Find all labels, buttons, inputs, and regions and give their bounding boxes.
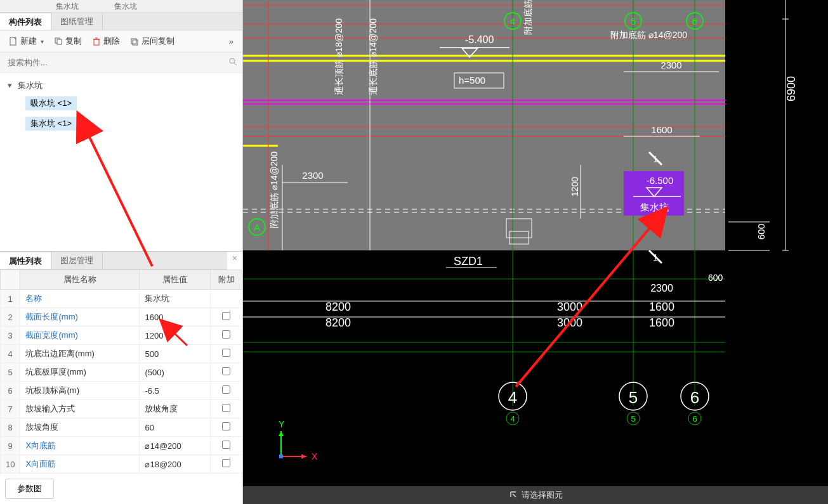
svg-marker-99 <box>301 454 306 459</box>
svg-text:5: 5 <box>631 16 636 27</box>
layer-copy-icon <box>130 37 139 46</box>
svg-line-9 <box>234 63 237 65</box>
svg-text:-5.400: -5.400 <box>465 34 494 45</box>
svg-text:4: 4 <box>508 388 517 407</box>
svg-text:1200: 1200 <box>570 177 580 197</box>
svg-text:X: X <box>312 451 318 462</box>
properties-table: 属性名称 属性值 附加 1名称集水坑2截面长度(mm)16003截面宽度(mm)… <box>0 269 242 474</box>
extra-checkbox[interactable] <box>222 349 230 357</box>
property-tabs: 属性列表 图层管理 <box>0 252 227 269</box>
component-toolbar: 新建 ▾ 复制 删除 层间复制 » <box>0 30 242 53</box>
table-row[interactable]: 8放坡角度60 <box>1 418 242 437</box>
svg-text:Y: Y <box>279 419 285 429</box>
svg-rect-2 <box>57 39 62 44</box>
svg-text:h=500: h=500 <box>459 75 485 86</box>
svg-text:1600: 1600 <box>649 300 674 313</box>
component-tabs: 构件列表 图纸管理 <box>0 13 242 30</box>
svg-text:6: 6 <box>692 16 697 27</box>
tab-property-list[interactable]: 属性列表 <box>0 252 51 269</box>
table-row[interactable]: 5坑底板厚度(mm)(500) <box>1 363 242 382</box>
tree-item-0[interactable]: 吸水坑 <1> <box>25 96 77 110</box>
svg-text:6900: 6900 <box>785 76 798 101</box>
svg-rect-7 <box>133 40 138 45</box>
tree-caret-icon: ▾ <box>8 81 15 90</box>
svg-text:2300: 2300 <box>302 170 323 181</box>
tab-drawing-mgmt[interactable]: 图纸管理 <box>51 13 103 30</box>
extra-checkbox[interactable] <box>222 312 230 320</box>
new-file-icon <box>9 37 18 46</box>
search-icon <box>228 57 237 68</box>
table-row[interactable]: 7放坡输入方式放坡角度 <box>1 400 242 418</box>
new-button[interactable]: 新建 ▾ <box>5 34 48 48</box>
col-extra: 附加 <box>211 270 242 290</box>
svg-text:-6.500: -6.500 <box>647 175 674 186</box>
table-row[interactable]: 9X向底筋⌀14@200 <box>1 437 242 455</box>
delete-button[interactable]: 删除 <box>88 34 124 48</box>
component-search <box>0 53 242 73</box>
svg-rect-3 <box>94 39 99 45</box>
extra-checkbox[interactable] <box>222 385 230 394</box>
properties-section: × 属性列表 图层管理 属性名称 属性值 附加 1名称集水坑2截面长度(mm)1… <box>0 251 242 504</box>
close-icon[interactable]: × <box>227 252 242 264</box>
tab-component-list[interactable]: 构件列表 <box>0 13 51 30</box>
svg-text:附加底筋 ⌀14@200: 附加底筋 ⌀14@200 <box>269 152 279 228</box>
breadcrumb-stubs: 集水坑 集水坑 <box>0 0 242 13</box>
svg-text:通长底筋 ⌀14@200: 通长底筋 ⌀14@200 <box>368 18 378 95</box>
svg-text:2300: 2300 <box>650 283 673 294</box>
svg-text:4: 4 <box>510 414 515 423</box>
svg-point-8 <box>230 58 235 63</box>
copy-icon <box>54 37 63 46</box>
copy-button[interactable]: 复制 <box>50 34 86 48</box>
svg-text:通长顶筋 ⌀18@200: 通长顶筋 ⌀18@200 <box>334 18 344 95</box>
component-tree: ▾ 集水坑 吸水坑 <1> 集水坑 <1> <box>0 73 242 251</box>
status-bar: 请选择图元 <box>243 486 828 504</box>
extra-checkbox[interactable] <box>222 367 230 375</box>
svg-text:600: 600 <box>756 224 766 240</box>
select-icon <box>509 490 518 501</box>
svg-text:3000: 3000 <box>557 300 582 313</box>
search-input[interactable] <box>5 55 228 70</box>
svg-text:1600: 1600 <box>651 124 672 135</box>
svg-text:4: 4 <box>510 16 515 27</box>
svg-text:附加底筋: 附加底筋 <box>523 0 533 35</box>
svg-text:1: 1 <box>653 154 658 164</box>
ucs-axis: X Y <box>279 419 318 462</box>
extra-checkbox[interactable] <box>222 459 230 467</box>
trash-icon <box>92 37 101 46</box>
tab-layer-mgmt[interactable]: 图层管理 <box>51 252 103 269</box>
svg-marker-102 <box>279 431 284 436</box>
svg-text:5: 5 <box>629 388 638 407</box>
dropdown-icon: ▾ <box>41 38 44 45</box>
svg-text:5: 5 <box>631 414 635 423</box>
layer-copy-button[interactable]: 层间复制 <box>126 34 178 48</box>
svg-text:附加底筋 ⌀14@200: 附加底筋 ⌀14@200 <box>610 30 687 40</box>
svg-text:集水坑: 集水坑 <box>640 202 669 212</box>
svg-rect-104 <box>279 455 283 458</box>
extra-checkbox[interactable] <box>222 404 230 412</box>
param-diagram-button[interactable]: 参数图 <box>5 479 54 499</box>
col-name: 属性名称 <box>20 270 140 290</box>
tree-root[interactable]: ▾ 集水坑 <box>8 78 235 93</box>
svg-text:1: 1 <box>653 252 658 262</box>
toolbar-more[interactable]: » <box>225 36 237 48</box>
extra-checkbox[interactable] <box>222 422 230 430</box>
drawing-canvas[interactable]: -6.500 集水坑 -5.400 h=500 通长顶筋 ⌀18@200 通长底… <box>243 0 828 504</box>
svg-text:3000: 3000 <box>557 316 582 329</box>
svg-text:2300: 2300 <box>660 60 681 70</box>
svg-rect-6 <box>131 39 136 44</box>
table-row[interactable]: 3截面宽度(mm)1200 <box>1 326 242 345</box>
col-value: 属性值 <box>140 270 211 290</box>
table-row[interactable]: 6坑板顶标高(m)-6.5 <box>1 382 242 400</box>
svg-text:1600: 1600 <box>649 316 674 329</box>
svg-text:8200: 8200 <box>325 300 351 313</box>
svg-text:6: 6 <box>690 388 699 407</box>
tree-item-1[interactable]: 集水坑 <1> <box>25 117 77 131</box>
svg-text:600: 600 <box>708 273 723 283</box>
table-row[interactable]: 1名称集水坑 <box>1 290 242 308</box>
table-row[interactable]: 2截面长度(mm)1600 <box>1 308 242 326</box>
table-row[interactable]: 10X向面筋⌀18@200 <box>1 455 242 474</box>
extra-checkbox[interactable] <box>222 441 230 449</box>
svg-text:8200: 8200 <box>325 316 351 329</box>
extra-checkbox[interactable] <box>222 330 230 339</box>
table-row[interactable]: 4坑底出边距离(mm)500 <box>1 345 242 363</box>
